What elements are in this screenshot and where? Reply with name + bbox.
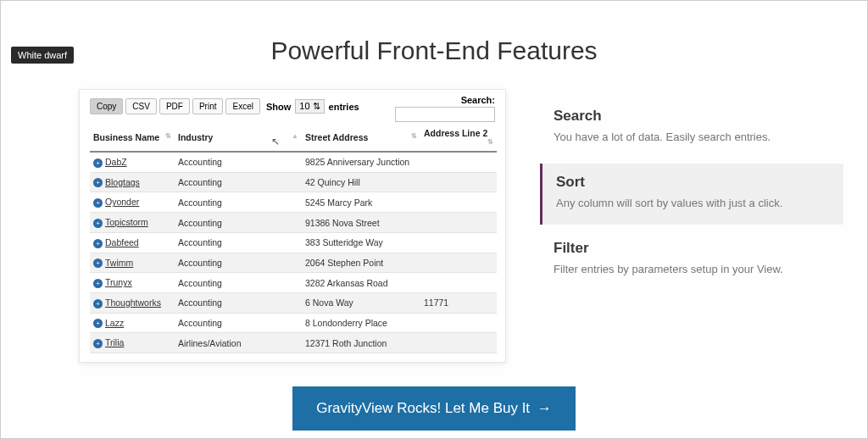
cell-line2 <box>420 213 497 233</box>
cell-line2 <box>420 313 497 333</box>
theme-badge: White dwarf <box>11 47 74 64</box>
cell-line2 <box>420 253 497 273</box>
table-row: +DabfeedAccounting383 Sutteridge Way <box>90 232 497 253</box>
feature-filter[interactable]: Filter Filter entries by parameters setu… <box>540 230 843 291</box>
cell-line2 <box>420 232 497 253</box>
business-link[interactable]: Lazz <box>105 318 124 328</box>
cell-line2 <box>420 172 497 192</box>
table-row: +TwimmAccounting2064 Stephen Point <box>90 253 497 273</box>
cell-industry: Accounting <box>175 152 302 172</box>
business-link[interactable]: Blogtags <box>105 177 140 187</box>
search-input[interactable] <box>395 107 495 122</box>
feature-search-title: Search <box>554 108 830 125</box>
plus-circle-icon[interactable]: + <box>93 178 103 187</box>
cell-line2 <box>420 273 497 293</box>
feature-search-desc: You have a lot of data. Easily search en… <box>554 130 830 145</box>
cell-industry: Accounting <box>175 232 302 253</box>
csv-button[interactable]: CSV <box>125 98 157 114</box>
feature-sort-title: Sort <box>556 174 830 191</box>
pdf-button[interactable]: PDF <box>159 98 190 114</box>
table-row: +TriliaAirlines/Aviation12371 Roth Junct… <box>90 333 497 353</box>
col-business-name[interactable]: Business Name⇅ <box>90 123 175 152</box>
feature-filter-desc: Filter entries by parameters setup in yo… <box>554 262 830 277</box>
cta-label: GravityView Rocks! Let Me Buy It <box>316 400 530 416</box>
cell-street: 42 Quincy Hill <box>302 172 420 192</box>
table-search: Search: <box>395 95 495 122</box>
plus-circle-icon[interactable]: + <box>93 258 103 268</box>
data-table: Business Name⇅ Industry▲ Street Address⇅… <box>90 123 497 353</box>
plus-circle-icon[interactable]: + <box>93 319 103 328</box>
print-button[interactable]: Print <box>192 98 224 114</box>
business-link[interactable]: DabZ <box>105 157 127 167</box>
cell-street: 3282 Arkansas Road <box>302 273 420 293</box>
plus-circle-icon[interactable]: + <box>93 198 103 208</box>
table-row: +TrunyxAccounting3282 Arkansas Road <box>90 273 497 293</box>
show-entries-select[interactable]: 10 ⇅ <box>295 99 324 114</box>
feature-sort[interactable]: Sort Any column will sort by values with… <box>540 164 843 225</box>
col-address-line-2[interactable]: Address Line 2⇅ <box>420 123 497 152</box>
cell-line2: 11771 <box>420 293 497 314</box>
arrow-right-icon: → <box>537 400 552 416</box>
excel-button[interactable]: Excel <box>225 98 259 114</box>
cell-industry: Accounting <box>175 273 302 293</box>
show-entries-suffix: entries <box>329 102 359 112</box>
cell-street: 8 Londonderry Place <box>302 313 420 333</box>
col-street-address[interactable]: Street Address⇅ <box>302 123 420 152</box>
data-table-panel: Copy CSV PDF Print Excel Show 10 ⇅ entri… <box>79 89 506 363</box>
table-row: +BlogtagsAccounting42 Quincy Hill <box>90 172 497 192</box>
feature-search[interactable]: Search You have a lot of data. Easily se… <box>540 97 843 158</box>
cell-industry: Accounting <box>175 213 302 233</box>
cell-street: 383 Sutteridge Way <box>302 232 420 253</box>
plus-circle-icon[interactable]: + <box>93 158 103 168</box>
plus-circle-icon[interactable]: + <box>93 219 103 228</box>
page-title: Powerful Front-End Features <box>1 36 867 65</box>
cell-street: 2064 Stephen Point <box>302 253 420 273</box>
business-link[interactable]: Twimm <box>105 258 133 268</box>
business-link[interactable]: Dabfeed <box>105 237 139 247</box>
cta-buy-button[interactable]: GravityView Rocks! Let Me Buy It → <box>292 386 576 431</box>
cell-street: 12371 Roth Junction <box>302 333 420 353</box>
show-entries-prefix: Show <box>266 102 291 112</box>
features-column: Search You have a lot of data. Easily se… <box>540 89 843 363</box>
feature-sort-desc: Any column will sort by values with just… <box>556 196 830 211</box>
table-row: +DabZAccounting9825 Anniversary Junction <box>90 152 497 172</box>
business-link[interactable]: Trilia <box>105 337 124 347</box>
col-industry[interactable]: Industry▲ <box>175 123 302 152</box>
plus-circle-icon[interactable]: + <box>93 279 103 288</box>
plus-circle-icon[interactable]: + <box>93 239 103 248</box>
copy-button[interactable]: Copy <box>90 98 123 114</box>
cell-line2 <box>420 192 497 213</box>
table-row: +OyonderAccounting5245 Marcy Park <box>90 192 497 213</box>
cell-line2 <box>420 152 497 172</box>
business-link[interactable]: Topicstorm <box>105 217 148 227</box>
cell-industry: Accounting <box>175 253 302 273</box>
business-link[interactable]: Thoughtworks <box>105 297 161 308</box>
business-link[interactable]: Trunyx <box>105 277 132 287</box>
cell-industry: Accounting <box>175 192 302 213</box>
cell-street: 5245 Marcy Park <box>302 192 420 213</box>
table-row: +LazzAccounting8 Londonderry Place <box>90 313 497 333</box>
cell-street: 9825 Anniversary Junction <box>302 152 420 172</box>
feature-filter-title: Filter <box>554 240 830 257</box>
search-label: Search: <box>395 95 495 105</box>
table-row: +ThoughtworksAccounting6 Nova Way11771 <box>90 293 497 314</box>
business-link[interactable]: Oyonder <box>105 197 139 207</box>
cell-street: 6 Nova Way <box>302 293 420 314</box>
table-row: +TopicstormAccounting91386 Nova Street <box>90 213 497 233</box>
cell-industry: Accounting <box>175 293 302 314</box>
cta-wrap: GravityView Rocks! Let Me Buy It → <box>1 386 867 431</box>
cell-street: 91386 Nova Street <box>302 213 420 233</box>
cell-industry: Accounting <box>175 313 302 333</box>
plus-circle-icon[interactable]: + <box>93 299 103 308</box>
plus-circle-icon[interactable]: + <box>93 339 103 348</box>
cell-line2 <box>420 333 497 353</box>
cell-industry: Accounting <box>175 172 302 192</box>
cell-industry: Airlines/Aviation <box>175 333 302 353</box>
